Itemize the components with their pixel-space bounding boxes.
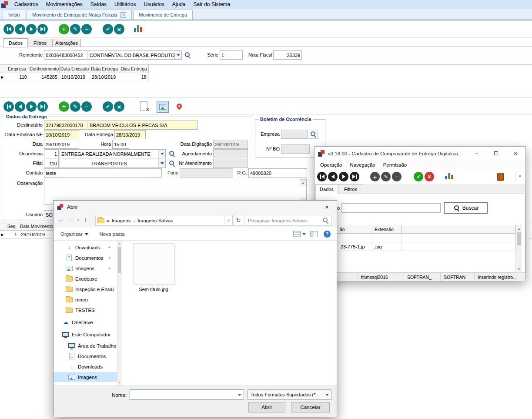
file-name-label[interactable]: Sem título.jpg (123, 287, 184, 292)
dw-tab-dados[interactable]: Dados (315, 184, 338, 194)
chevron-down-icon[interactable] (158, 150, 165, 158)
menu-operacao[interactable]: Operação (316, 162, 346, 168)
new-folder-button[interactable]: Nova pasta (100, 231, 125, 237)
dw-delete-button[interactable]: − (392, 172, 402, 181)
breadcrumb-collapse[interactable]: « (107, 218, 109, 223)
rg-input[interactable] (248, 168, 307, 178)
dw-add-button[interactable]: + (370, 172, 380, 181)
dw-nav-first-button[interactable] (317, 172, 327, 181)
chevron-down-icon[interactable] (236, 390, 244, 399)
dw-nav-next-button[interactable] (339, 172, 348, 181)
cell-conhecimento[interactable]: 145285 (29, 73, 60, 81)
dw-nav-prev-button[interactable] (328, 172, 338, 181)
detail-add-button[interactable]: + (59, 101, 69, 112)
close-button[interactable]: × (506, 147, 525, 160)
scroll-up-icon[interactable]: ▲ (516, 225, 522, 232)
delete-button[interactable]: − (81, 24, 92, 34)
search-box[interactable] (245, 215, 332, 226)
menu-sair-do-sistema[interactable]: Sair do Sistema (190, 1, 234, 7)
map-button[interactable] (177, 103, 182, 111)
cell-dias-entrega[interactable]: 18 (119, 73, 149, 81)
col-header-conhecimento[interactable]: Conhecimento (29, 65, 60, 73)
nota-fiscal-input[interactable] (273, 50, 302, 60)
remetente-combo[interactable]: CONTINENTAL DO BRASIL PRODUTOS A (88, 50, 182, 60)
sidebar-item-documentos[interactable]: Documentos (54, 351, 117, 361)
view-mode-icon[interactable] (293, 231, 301, 237)
dw-nav-last-button[interactable] (350, 172, 359, 181)
dw-cell-extension[interactable]: .jpg (372, 242, 402, 251)
cell-data-emissao[interactable]: 10/10/2019 (60, 73, 90, 81)
dialog-titlebar[interactable]: Abrir (54, 201, 337, 213)
hora-input[interactable] (112, 140, 129, 149)
menu-permissao[interactable]: Permissão (379, 162, 411, 168)
dw-col-header-extensao[interactable]: Extensão (372, 225, 402, 234)
scrollbar-thumb[interactable] (118, 247, 121, 273)
data-emissao-nf-input[interactable] (44, 130, 79, 139)
menu-usuarios[interactable]: Usuários (140, 1, 168, 7)
menu-saidas[interactable]: Saídas (87, 1, 110, 7)
open-button[interactable]: Abrir (248, 402, 285, 412)
scroll-up-icon[interactable]: ∧ (117, 241, 122, 247)
data-input[interactable] (44, 140, 79, 149)
sidebar-item-mmm[interactable]: mmm (54, 295, 117, 305)
scroll-down-icon[interactable]: ▼ (516, 266, 522, 272)
col-header-data-movimento[interactable]: Data Movimento (19, 222, 54, 231)
exit-door-button[interactable] (497, 173, 504, 181)
refresh-button[interactable]: ↻ (234, 215, 243, 226)
discard-scan-button[interactable]: × (140, 101, 149, 112)
toolbar-overflow-chevron[interactable]: ▾ (519, 174, 521, 178)
cell-seq[interactable]: 1 (5, 231, 19, 239)
sidebar-item-este-computador[interactable]: Este Computador (54, 329, 117, 339)
menu-ajuda[interactable]: Ajuda (168, 1, 190, 7)
dw-empty-cell[interactable] (372, 234, 402, 242)
sidebar-item-testes[interactable]: TESTES (54, 305, 117, 315)
tab-movimento-entrega[interactable]: Movimento de Entrega (133, 10, 193, 20)
address-dropdown-chevron[interactable]: ∨ (224, 215, 232, 225)
window-titlebar[interactable]: v3.18.00 - Cadastro de Comprovante de En… (315, 147, 525, 160)
ocorrencia-combo[interactable]: ENTREGA REALIZADA NORMALMENTE (60, 149, 166, 158)
sidebar-scrollbar[interactable]: ∧ ∨ (117, 241, 122, 385)
detail-cancel-button[interactable]: × (114, 101, 124, 112)
data-entrega-input[interactable] (114, 130, 146, 139)
page-tab-alteracoes[interactable]: Alterações (52, 39, 81, 47)
menu-movimentacoes[interactable]: Movimentações (42, 1, 87, 7)
buscar-button[interactable]: Buscar (444, 202, 488, 214)
filial-code-input[interactable] (44, 159, 59, 168)
sidebar-item-area-de-trabalho[interactable]: Área de Trabalho (54, 341, 117, 351)
scrollbar-thumb[interactable] (517, 232, 521, 245)
breadcrumb-imagens[interactable]: Imagens (111, 218, 130, 223)
help-icon[interactable]: ? (324, 231, 331, 238)
tab-movimento-entrega-notas-fiscais[interactable]: Movimento de Entrega de Notas Fiscais × (27, 10, 132, 20)
dw-edit-button[interactable]: ✎ (381, 172, 391, 181)
tab-inicio[interactable]: Início (3, 10, 25, 20)
view-mode-chevron-icon[interactable] (302, 233, 306, 237)
sidebar-item-inspecao-e-ensai[interactable]: Inspeção e Ensai (54, 284, 117, 294)
filial-combo[interactable]: TRANSPORTES (60, 159, 166, 168)
filial-search-icon[interactable] (169, 160, 175, 167)
ocorrencia-search-icon[interactable] (169, 151, 175, 157)
detail-nav-prev-button[interactable] (15, 101, 25, 112)
dialog-close-button[interactable]: × (317, 201, 337, 213)
sidebar-item-imagens-quick[interactable]: Imagens ✦ (54, 263, 117, 273)
up-button[interactable]: ↑ (84, 216, 87, 223)
cell-data-entrega[interactable]: 28/10/2019 (90, 73, 119, 81)
chevron-down-icon[interactable] (323, 390, 331, 399)
forward-button[interactable]: → (67, 216, 74, 223)
sidebar-item-imagens[interactable]: Imagens (54, 372, 117, 382)
search-icon[interactable] (322, 217, 329, 224)
col-header-dias-entrega[interactable]: Dias Entrega (119, 65, 149, 73)
detail-nav-next-button[interactable] (26, 101, 37, 112)
chart-button[interactable] (134, 25, 142, 32)
dw-search-input[interactable] (341, 203, 441, 213)
sidebar-item-downloads-quick[interactable]: ↓ Downloads ✦ (54, 242, 117, 252)
menu-utilitarios[interactable]: Utilitários (110, 1, 140, 7)
menu-navegacao[interactable]: Navegação (346, 162, 379, 168)
breadcrumb-imagens-salvas[interactable]: Imagens Salvas (137, 218, 173, 223)
menu-cadastros[interactable]: Cadastros (10, 1, 42, 7)
cell-data-movimento[interactable]: 28/10/2019 (19, 231, 54, 239)
address-bar[interactable]: « Imagens › Imagens Salvas ∨ (95, 215, 233, 226)
dw-tab-filtros[interactable]: Filtros (338, 184, 363, 194)
detail-confirm-button[interactable]: ✔ (103, 101, 113, 112)
organize-button[interactable]: Organizar (60, 231, 83, 237)
cancel-button[interactable]: Cancelar (291, 402, 330, 412)
